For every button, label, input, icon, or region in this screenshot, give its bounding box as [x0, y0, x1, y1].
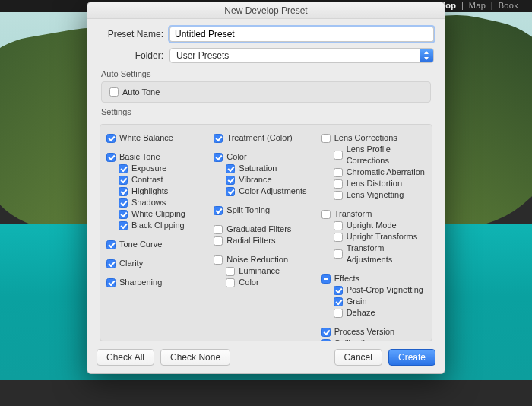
- clarity-checkbox[interactable]: Clarity: [106, 258, 211, 269]
- color-checkbox[interactable]: Color: [214, 151, 318, 163]
- lens-distortion-checkbox[interactable]: Lens Distortion: [334, 178, 426, 189]
- lens-vignetting-checkbox[interactable]: Lens Vignetting: [334, 189, 426, 201]
- white-balance-checkbox[interactable]: White Balance: [106, 132, 211, 144]
- split-toning-checkbox[interactable]: Split Toning: [214, 205, 318, 216]
- vibrance-checkbox[interactable]: Vibrance: [226, 174, 318, 186]
- effects-checkbox[interactable]: Effects: [321, 273, 426, 284]
- check-all-button[interactable]: Check All: [97, 349, 154, 366]
- highlights-checkbox[interactable]: Highlights: [119, 186, 211, 197]
- dialog-title: New Develop Preset: [87, 2, 445, 19]
- white-clipping-checkbox[interactable]: White Clipping: [119, 208, 211, 220]
- radial-filters-checkbox[interactable]: Radial Filters: [214, 235, 318, 246]
- treatment-checkbox[interactable]: Treatment (Color): [214, 132, 318, 144]
- upright-transforms-checkbox[interactable]: Upright Transforms: [334, 231, 426, 243]
- basic-tone-checkbox[interactable]: Basic Tone: [106, 151, 211, 163]
- lens-profile-checkbox[interactable]: Lens Profile Corrections: [334, 144, 426, 167]
- noise-reduction-checkbox[interactable]: Noise Reduction: [214, 254, 318, 265]
- create-button[interactable]: Create: [388, 349, 435, 366]
- black-clipping-checkbox[interactable]: Black Clipping: [119, 220, 211, 231]
- cancel-button[interactable]: Cancel: [334, 349, 382, 366]
- grain-checkbox[interactable]: Grain: [334, 296, 426, 307]
- auto-tone-checkbox[interactable]: Auto Tone: [109, 87, 160, 98]
- upright-mode-checkbox[interactable]: Upright Mode: [334, 220, 426, 231]
- folder-select[interactable]: User Presets: [169, 48, 434, 63]
- sharpening-checkbox[interactable]: Sharpening: [106, 277, 211, 288]
- new-develop-preset-dialog: New Develop Preset Preset Name: Folder: …: [87, 2, 445, 374]
- topbar-map[interactable]: Map: [469, 1, 486, 10]
- auto-settings-label: Auto Settings: [101, 69, 434, 78]
- exposure-checkbox[interactable]: Exposure: [119, 163, 211, 174]
- post-crop-vignetting-checkbox[interactable]: Post-Crop Vignetting: [334, 284, 426, 296]
- graduated-filters-checkbox[interactable]: Graduated Filters: [214, 224, 318, 235]
- settings-label: Settings: [101, 107, 434, 116]
- dehaze-checkbox[interactable]: Dehaze: [334, 307, 426, 319]
- saturation-checkbox[interactable]: Saturation: [226, 163, 318, 174]
- preset-name-label: Preset Name:: [98, 29, 163, 40]
- chromatic-aberration-checkbox[interactable]: Chromatic Aberration: [334, 167, 426, 178]
- luminance-checkbox[interactable]: Luminance: [226, 265, 318, 277]
- transform-checkbox[interactable]: Transform: [321, 208, 426, 220]
- lens-corrections-checkbox[interactable]: Lens Corrections: [321, 132, 426, 144]
- transform-adjustments-checkbox[interactable]: Transform Adjustments: [334, 243, 426, 265]
- contrast-checkbox[interactable]: Contrast: [119, 174, 211, 186]
- color-nr-checkbox[interactable]: Color: [226, 277, 318, 288]
- process-version-checkbox[interactable]: Process Version: [321, 326, 426, 338]
- bottom-strip: [0, 380, 532, 406]
- check-none-button[interactable]: Check None: [160, 349, 230, 366]
- tone-curve-checkbox[interactable]: Tone Curve: [106, 239, 211, 250]
- preset-name-input[interactable]: [169, 27, 434, 42]
- chevron-updown-icon: [420, 49, 433, 62]
- folder-label: Folder:: [98, 50, 163, 61]
- folder-value: User Presets: [176, 50, 229, 61]
- topbar-book[interactable]: Book: [499, 1, 518, 10]
- color-adjustments-checkbox[interactable]: Color Adjustments: [226, 186, 318, 197]
- shadows-checkbox[interactable]: Shadows: [119, 197, 211, 208]
